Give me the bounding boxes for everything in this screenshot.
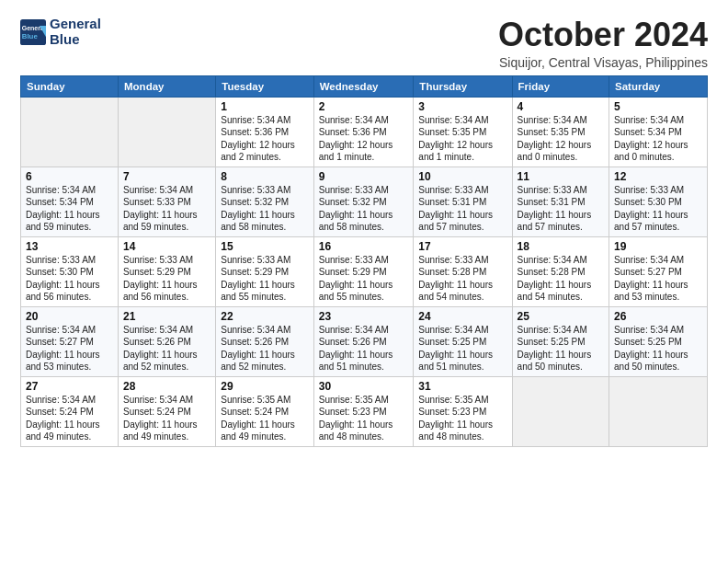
calendar-day-cell xyxy=(21,97,119,167)
calendar-day-cell: 1Sunrise: 5:34 AMSunset: 5:36 PMDaylight… xyxy=(216,97,314,167)
day-detail: Sunrise: 5:34 AMSunset: 5:26 PMDaylight:… xyxy=(319,324,409,373)
day-number: 7 xyxy=(123,170,210,183)
day-number: 3 xyxy=(418,100,506,113)
calendar-day-cell: 8Sunrise: 5:33 AMSunset: 5:32 PMDaylight… xyxy=(216,167,314,236)
day-number: 30 xyxy=(319,380,409,393)
day-number: 12 xyxy=(614,170,702,183)
day-detail: Sunrise: 5:34 AMSunset: 5:26 PMDaylight:… xyxy=(123,324,210,373)
calendar-week-row: 1Sunrise: 5:34 AMSunset: 5:36 PMDaylight… xyxy=(21,97,708,167)
calendar-week-row: 27Sunrise: 5:34 AMSunset: 5:24 PMDayligh… xyxy=(21,376,708,446)
calendar-day-cell: 3Sunrise: 5:34 AMSunset: 5:35 PMDaylight… xyxy=(414,97,512,167)
calendar-day-cell: 2Sunrise: 5:34 AMSunset: 5:36 PMDaylight… xyxy=(313,97,414,167)
weekday-header: Saturday xyxy=(609,75,708,97)
day-number: 18 xyxy=(518,240,604,253)
day-detail: Sunrise: 5:33 AMSunset: 5:29 PMDaylight:… xyxy=(319,254,409,304)
logo: General Blue General Blue xyxy=(20,17,101,47)
calendar-day-cell: 16Sunrise: 5:33 AMSunset: 5:29 PMDayligh… xyxy=(313,236,414,306)
day-detail: Sunrise: 5:34 AMSunset: 5:34 PMDaylight:… xyxy=(26,184,113,234)
day-detail: Sunrise: 5:33 AMSunset: 5:32 PMDaylight:… xyxy=(221,184,309,234)
calendar-day-cell: 20Sunrise: 5:34 AMSunset: 5:27 PMDayligh… xyxy=(21,306,119,376)
day-number: 17 xyxy=(418,240,506,253)
day-number: 2 xyxy=(319,100,409,113)
calendar-week-row: 13Sunrise: 5:33 AMSunset: 5:30 PMDayligh… xyxy=(21,236,708,306)
month-title: October 2024 xyxy=(498,17,708,53)
day-detail: Sunrise: 5:34 AMSunset: 5:34 PMDaylight:… xyxy=(614,114,702,164)
calendar-week-row: 6Sunrise: 5:34 AMSunset: 5:34 PMDaylight… xyxy=(21,167,708,236)
day-number: 28 xyxy=(123,380,210,393)
header: General Blue General Blue October 2024 S… xyxy=(20,17,708,70)
day-number: 29 xyxy=(221,380,309,393)
day-number: 8 xyxy=(221,170,309,183)
day-detail: Sunrise: 5:34 AMSunset: 5:35 PMDaylight:… xyxy=(418,114,506,164)
title-block: October 2024 Siquijor, Central Visayas, … xyxy=(498,17,708,70)
day-number: 6 xyxy=(26,170,113,183)
weekday-header: Sunday xyxy=(21,75,119,97)
logo-icon: General Blue xyxy=(20,19,46,45)
calendar-week-row: 20Sunrise: 5:34 AMSunset: 5:27 PMDayligh… xyxy=(21,306,708,376)
day-detail: Sunrise: 5:35 AMSunset: 5:23 PMDaylight:… xyxy=(418,394,506,443)
calendar-day-cell: 12Sunrise: 5:33 AMSunset: 5:30 PMDayligh… xyxy=(609,167,708,236)
day-number: 20 xyxy=(26,310,113,323)
calendar-day-cell: 10Sunrise: 5:33 AMSunset: 5:31 PMDayligh… xyxy=(414,167,512,236)
day-detail: Sunrise: 5:34 AMSunset: 5:33 PMDaylight:… xyxy=(123,184,210,234)
calendar-day-cell: 26Sunrise: 5:34 AMSunset: 5:25 PMDayligh… xyxy=(609,306,708,376)
day-number: 4 xyxy=(518,100,604,113)
calendar-day-cell: 11Sunrise: 5:33 AMSunset: 5:31 PMDayligh… xyxy=(512,167,609,236)
calendar-day-cell: 22Sunrise: 5:34 AMSunset: 5:26 PMDayligh… xyxy=(216,306,314,376)
day-number: 9 xyxy=(319,170,409,183)
calendar-day-cell: 17Sunrise: 5:33 AMSunset: 5:28 PMDayligh… xyxy=(414,236,512,306)
day-detail: Sunrise: 5:34 AMSunset: 5:28 PMDaylight:… xyxy=(518,254,604,304)
day-number: 21 xyxy=(123,310,210,323)
day-number: 10 xyxy=(418,170,506,183)
calendar-day-cell: 27Sunrise: 5:34 AMSunset: 5:24 PMDayligh… xyxy=(21,376,119,446)
svg-text:Blue: Blue xyxy=(22,32,39,40)
calendar-day-cell: 6Sunrise: 5:34 AMSunset: 5:34 PMDaylight… xyxy=(21,167,119,236)
day-detail: Sunrise: 5:33 AMSunset: 5:30 PMDaylight:… xyxy=(614,184,702,234)
calendar-day-cell: 7Sunrise: 5:34 AMSunset: 5:33 PMDaylight… xyxy=(119,167,216,236)
day-number: 26 xyxy=(614,310,702,323)
day-number: 22 xyxy=(221,310,309,323)
day-detail: Sunrise: 5:35 AMSunset: 5:24 PMDaylight:… xyxy=(221,394,309,443)
day-detail: Sunrise: 5:34 AMSunset: 5:25 PMDaylight:… xyxy=(418,324,506,373)
day-detail: Sunrise: 5:34 AMSunset: 5:26 PMDaylight:… xyxy=(221,324,309,373)
calendar-day-cell: 18Sunrise: 5:34 AMSunset: 5:28 PMDayligh… xyxy=(512,236,609,306)
calendar-day-cell: 23Sunrise: 5:34 AMSunset: 5:26 PMDayligh… xyxy=(313,306,414,376)
calendar-day-cell: 31Sunrise: 5:35 AMSunset: 5:23 PMDayligh… xyxy=(414,376,512,446)
weekday-header: Thursday xyxy=(414,75,512,97)
day-number: 5 xyxy=(614,100,702,113)
day-detail: Sunrise: 5:34 AMSunset: 5:36 PMDaylight:… xyxy=(319,114,409,164)
day-detail: Sunrise: 5:33 AMSunset: 5:29 PMDaylight:… xyxy=(123,254,210,304)
calendar-day-cell: 21Sunrise: 5:34 AMSunset: 5:26 PMDayligh… xyxy=(119,306,216,376)
calendar-day-cell: 5Sunrise: 5:34 AMSunset: 5:34 PMDaylight… xyxy=(609,97,708,167)
day-number: 24 xyxy=(418,310,506,323)
day-detail: Sunrise: 5:34 AMSunset: 5:27 PMDaylight:… xyxy=(614,254,702,304)
calendar-day-cell xyxy=(609,376,708,446)
calendar-day-cell: 25Sunrise: 5:34 AMSunset: 5:25 PMDayligh… xyxy=(512,306,609,376)
day-detail: Sunrise: 5:34 AMSunset: 5:35 PMDaylight:… xyxy=(518,114,604,164)
day-detail: Sunrise: 5:35 AMSunset: 5:23 PMDaylight:… xyxy=(319,394,409,443)
weekday-header: Monday xyxy=(119,75,216,97)
day-number: 13 xyxy=(26,240,113,253)
day-number: 1 xyxy=(221,100,309,113)
day-detail: Sunrise: 5:34 AMSunset: 5:25 PMDaylight:… xyxy=(614,324,702,373)
calendar-day-cell: 9Sunrise: 5:33 AMSunset: 5:32 PMDaylight… xyxy=(313,167,414,236)
calendar-day-cell xyxy=(512,376,609,446)
calendar-day-cell: 14Sunrise: 5:33 AMSunset: 5:29 PMDayligh… xyxy=(119,236,216,306)
day-detail: Sunrise: 5:33 AMSunset: 5:31 PMDaylight:… xyxy=(418,184,506,234)
day-number: 11 xyxy=(518,170,604,183)
calendar-header-row: SundayMondayTuesdayWednesdayThursdayFrid… xyxy=(21,75,708,97)
location-title: Siquijor, Central Visayas, Philippines xyxy=(498,55,708,70)
day-detail: Sunrise: 5:33 AMSunset: 5:30 PMDaylight:… xyxy=(26,254,113,304)
day-detail: Sunrise: 5:34 AMSunset: 5:36 PMDaylight:… xyxy=(221,114,309,164)
day-detail: Sunrise: 5:34 AMSunset: 5:24 PMDaylight:… xyxy=(123,394,210,443)
weekday-header: Wednesday xyxy=(313,75,414,97)
day-detail: Sunrise: 5:33 AMSunset: 5:32 PMDaylight:… xyxy=(319,184,409,234)
logo-text: General Blue xyxy=(50,17,101,47)
calendar-day-cell: 24Sunrise: 5:34 AMSunset: 5:25 PMDayligh… xyxy=(414,306,512,376)
day-number: 23 xyxy=(319,310,409,323)
calendar-day-cell: 13Sunrise: 5:33 AMSunset: 5:30 PMDayligh… xyxy=(21,236,119,306)
weekday-header: Friday xyxy=(512,75,609,97)
day-detail: Sunrise: 5:33 AMSunset: 5:28 PMDaylight:… xyxy=(418,254,506,304)
page: General Blue General Blue October 2024 S… xyxy=(0,0,728,563)
weekday-header: Tuesday xyxy=(216,75,314,97)
